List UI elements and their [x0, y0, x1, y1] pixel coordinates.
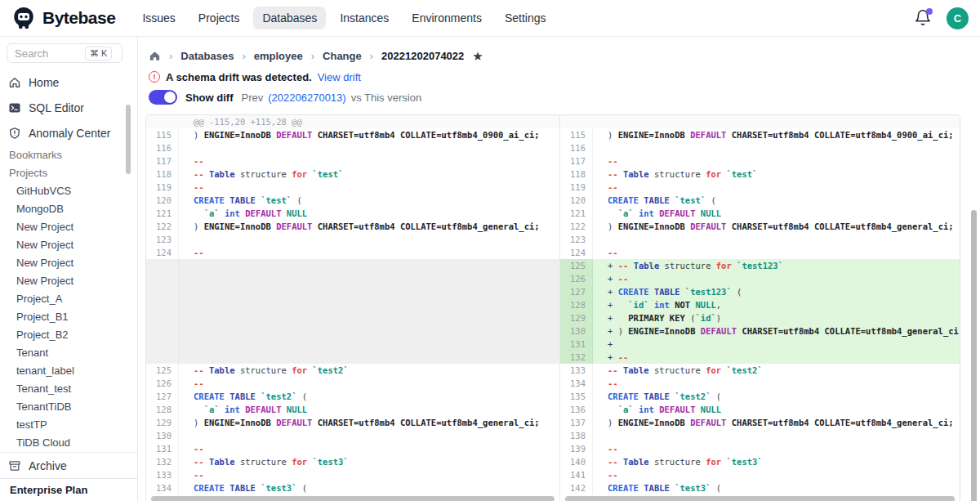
diff-line	[146, 351, 559, 364]
line-content	[179, 298, 559, 311]
line-content	[179, 285, 559, 298]
breadcrumb-separator: ›	[370, 50, 373, 62]
sidebar-item-archive[interactable]: Archive	[0, 452, 137, 478]
prev-version-link[interactable]: (202206270013)	[268, 92, 345, 104]
line-number	[146, 311, 179, 324]
archive-icon	[8, 459, 21, 472]
line-content	[593, 141, 960, 154]
nav-item-databases[interactable]: Databases	[253, 7, 326, 29]
sidebar-project-item[interactable]: Tenant	[0, 344, 137, 362]
sidebar-scrollbar[interactable]	[126, 105, 131, 174]
sidebar-project-item[interactable]: Tenant_test	[0, 380, 137, 398]
line-number: 117	[146, 154, 179, 168]
line-number: 117	[560, 154, 593, 168]
line-content: -- Table structure for `test`	[179, 168, 559, 181]
view-drift-link[interactable]: View drift	[318, 71, 361, 83]
sidebar: ⌘ K Home SQL Editor	[0, 37, 138, 501]
line-content: `a` int DEFAULT NULL	[179, 207, 559, 220]
notifications-button[interactable]	[914, 9, 932, 27]
diff-line: 124--	[146, 246, 559, 259]
sidebar-project-item[interactable]: tenant_label	[0, 362, 137, 380]
line-content: + CREATE TABLE `test123` (	[593, 285, 960, 298]
line-number: 121	[146, 207, 179, 220]
diff-line: 115) ENGINE=InnoDB DEFAULT CHARSET=utf8m…	[560, 128, 960, 141]
nav-item-projects[interactable]: Projects	[189, 7, 249, 29]
breadcrumb-item-databases[interactable]: Databases	[180, 50, 234, 62]
line-number: 134	[560, 377, 593, 390]
line-number	[146, 298, 179, 311]
diff-line: 120CREATE TABLE `test` (	[146, 194, 559, 207]
line-content	[179, 233, 559, 246]
sidebar-section-bookmarks: Bookmarks	[0, 145, 137, 163]
sidebar-project-item[interactable]: TenantTiDB	[0, 398, 137, 416]
sidebar-item-home[interactable]: Home	[0, 69, 137, 95]
breadcrumb-item-employee[interactable]: employee	[254, 50, 303, 62]
search-input[interactable]	[15, 47, 85, 60]
page-scrollbar[interactable]	[971, 210, 977, 501]
sidebar-project-item[interactable]: MongoDB	[0, 200, 137, 218]
line-content	[179, 351, 559, 364]
favorite-star-icon[interactable]: ★	[472, 50, 483, 62]
diff-line: 121 `a` int DEFAULT NULL	[560, 207, 960, 220]
line-number: 130	[146, 429, 179, 442]
sidebar-item-anomaly-center[interactable]: Anomaly Center	[0, 120, 137, 145]
sidebar-project-item[interactable]: New Project	[0, 272, 137, 290]
diff-line: 115) ENGINE=InnoDB DEFAULT CHARSET=utf8m…	[146, 128, 559, 141]
line-number	[146, 285, 179, 298]
line-content: + -- Table structure for `test123`	[593, 259, 960, 272]
diff-line: 119--	[560, 181, 960, 194]
diff-line: 118-- Table structure for `test`	[146, 168, 559, 181]
line-content: -- Table structure for `test3`	[179, 455, 559, 468]
brand[interactable]: Bytebase	[11, 6, 115, 30]
sidebar-project-item[interactable]: Project_B2	[0, 326, 137, 344]
search-box[interactable]: ⌘ K	[7, 43, 122, 63]
diff-line: 133-- Table structure for `test2`	[560, 364, 960, 377]
sidebar-item-label: SQL Editor	[29, 101, 84, 114]
line-number: 115	[146, 128, 179, 141]
breadcrumb-home-icon[interactable]	[149, 50, 161, 62]
terminal-icon	[8, 101, 21, 114]
diff-line: 130	[146, 429, 559, 442]
line-content: CREATE TABLE `test2` (	[179, 390, 559, 403]
breadcrumb-separator: ›	[169, 50, 172, 62]
diff-line: 139--	[560, 442, 960, 455]
nav-item-issues[interactable]: Issues	[133, 7, 184, 29]
avatar[interactable]: C	[947, 7, 969, 29]
nav-item-environments[interactable]: Environments	[403, 7, 491, 29]
diff-line: 131+	[560, 338, 960, 351]
diff-line: 128 `a` int DEFAULT NULL	[146, 403, 559, 416]
sidebar-project-item[interactable]: New Project	[0, 236, 137, 254]
schema-drift-alert: ! A schema drift was detected. View drif…	[149, 69, 980, 85]
show-diff-toggle[interactable]	[149, 90, 177, 105]
sidebar-item-sql-editor[interactable]: SQL Editor	[0, 95, 137, 120]
line-content: CREATE TABLE `test2` (	[593, 390, 960, 403]
breadcrumb-item-change[interactable]: Change	[323, 50, 362, 62]
nav-item-settings[interactable]: Settings	[496, 7, 555, 29]
line-number: 133	[560, 364, 593, 377]
line-content: + --	[593, 351, 960, 364]
diff-line: 125-- Table structure for `test2`	[146, 364, 559, 377]
sidebar-project-item[interactable]: New Project	[0, 254, 137, 272]
sidebar-project-item[interactable]: testTP	[0, 416, 137, 434]
line-content: `a` int DEFAULT NULL	[593, 207, 960, 220]
notification-badge	[926, 8, 933, 15]
line-content: `a` int DEFAULT NULL	[593, 403, 960, 416]
line-number: 122	[560, 220, 593, 233]
line-number: 132	[146, 455, 179, 468]
sidebar-project-item[interactable]: GitHubVCS	[0, 182, 137, 200]
horizontal-scrollbar[interactable]	[146, 494, 559, 501]
sidebar-project-item[interactable]: TiDB Cloud	[0, 434, 137, 452]
diff-line	[146, 298, 559, 311]
sidebar-project-item[interactable]: Project_B1	[0, 308, 137, 326]
diff-line: 132+ --	[560, 351, 960, 364]
sidebar-project-item[interactable]: Project_A	[0, 290, 137, 308]
line-content: --	[593, 442, 960, 455]
line-number: 120	[146, 194, 179, 207]
diff-pane-right: 115) ENGINE=InnoDB DEFAULT CHARSET=utf8m…	[560, 115, 960, 501]
line-content	[179, 429, 559, 442]
diff-line: 130+ ) ENGINE=InnoDB DEFAULT CHARSET=utf…	[560, 324, 960, 338]
sidebar-project-item[interactable]: New Project	[0, 218, 137, 236]
horizontal-scrollbar[interactable]	[560, 494, 960, 501]
line-number: 120	[560, 194, 593, 207]
nav-item-instances[interactable]: Instances	[331, 7, 398, 29]
